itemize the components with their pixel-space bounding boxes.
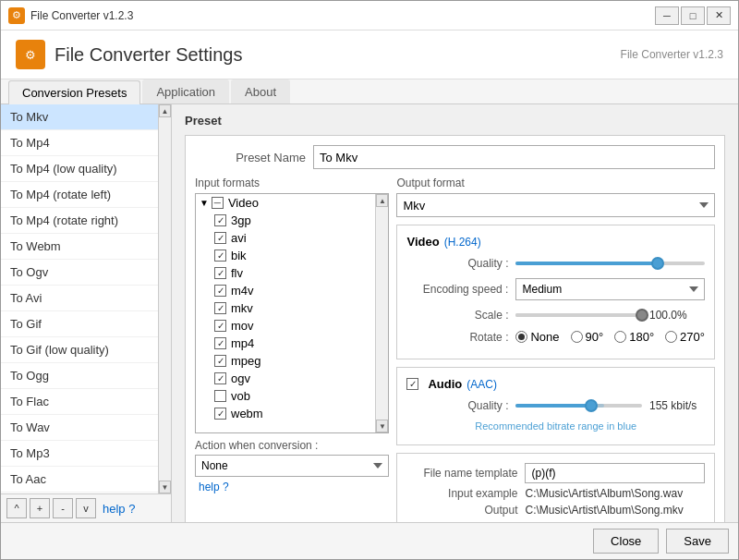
tree-item-webm[interactable]: webm (196, 405, 375, 422)
tree-scroll-up[interactable]: ▲ (376, 194, 388, 207)
encoding-speed-select[interactable]: Ultrafast Superfast Veryfast Faster Fast… (515, 278, 705, 300)
output-format-select[interactable]: Mkv Mp4 Avi Webm Ogv (396, 193, 715, 217)
video-node-label: Video (228, 196, 259, 210)
tree-item-m4v[interactable]: m4v (196, 282, 375, 299)
file-template-input[interactable] (525, 463, 705, 483)
sidebar-item-to-ogv[interactable]: To Ogv (1, 260, 158, 286)
video-quality-row: Quality : (406, 254, 705, 273)
tree-item-avi[interactable]: avi (196, 229, 375, 247)
rotate-label: Rotate : (406, 331, 508, 344)
input-example-row: Input example C:\Music\Artist\Album\Song… (406, 487, 705, 500)
tree-item-3gp[interactable]: 3gp (196, 212, 375, 229)
preset-name-input[interactable] (313, 145, 715, 169)
rotate-90[interactable]: 90° (571, 330, 604, 344)
preset-name-row: Preset Name (195, 145, 715, 169)
tree-item-bik[interactable]: bik (196, 247, 375, 264)
window-title: File Converter v1.2.3 (30, 9, 133, 22)
sidebar-item-to-gif[interactable]: To Gif (1, 311, 158, 337)
checkbox-flv[interactable] (214, 267, 226, 279)
tree-item-mkv[interactable]: mkv (196, 299, 375, 317)
minimize-button[interactable]: ─ (655, 6, 679, 25)
tree-scroll-down[interactable]: ▼ (376, 420, 388, 432)
encoding-speed-label: Encoding speed : (406, 283, 508, 296)
sidebar-item-to-mkv[interactable]: To Mkv (1, 104, 158, 130)
app-header-version: File Converter v1.2.3 (621, 48, 723, 61)
tab-application[interactable]: Application (142, 79, 229, 103)
title-bar-icon: ⚙ (8, 7, 25, 24)
sidebar-scrollbar[interactable]: ▲ ▼ (158, 104, 171, 493)
tree-item-vob[interactable]: vob (196, 387, 375, 405)
checkbox-bik[interactable] (214, 250, 226, 262)
rotate-270[interactable]: 270° (665, 330, 705, 344)
title-bar: ⚙ File Converter v1.2.3 ─ □ ✕ (1, 1, 738, 30)
audio-quality-value: 155 kbit/s (649, 399, 705, 412)
tab-conversion-presets[interactable]: Conversion Presets (8, 80, 140, 104)
tab-about[interactable]: About (231, 79, 290, 103)
sidebar-item-to-wav[interactable]: To Wav (1, 415, 158, 441)
sidebar-item-to-aac[interactable]: To Aac (1, 467, 158, 493)
video-checkbox[interactable] (212, 197, 224, 209)
checkbox-webm[interactable] (214, 408, 226, 420)
video-quality-label: Quality : (406, 257, 508, 270)
close-button[interactable]: Close (593, 529, 659, 554)
checkbox-mkv[interactable] (214, 302, 226, 314)
close-window-button[interactable]: ✕ (707, 6, 731, 25)
sidebar-item-to-mp4-rotate-left[interactable]: To Mp4 (rotate left) (1, 182, 158, 208)
tree-item-mp4[interactable]: mp4 (196, 335, 375, 352)
scale-slider[interactable] (515, 306, 642, 324)
audio-enable-checkbox[interactable] (406, 378, 418, 390)
tree-item-flv[interactable]: flv (196, 264, 375, 282)
tree-item-mov[interactable]: mov (196, 317, 375, 335)
rotate-row: Rotate : None 90° (406, 330, 705, 344)
rotate-none-radio[interactable] (515, 331, 527, 343)
rotate-90-radio[interactable] (571, 331, 583, 343)
tree-item-ogv[interactable]: ogv (196, 370, 375, 387)
file-template-row: File name template (406, 463, 705, 483)
checkbox-vob[interactable] (214, 390, 226, 402)
sidebar-item-to-mp4-lq[interactable]: To Mp4 (low quality) (1, 156, 158, 182)
checkbox-mp4[interactable] (214, 337, 226, 349)
tree-scrollbar[interactable]: ▲ ▼ (375, 194, 388, 432)
output-settings-panel: Output format Mkv Mp4 Avi Webm Ogv (396, 177, 715, 522)
sidebar-item-to-mp3[interactable]: To Mp3 (1, 441, 158, 467)
sidebar-item-to-webm[interactable]: To Webm (1, 234, 158, 260)
sidebar-list: To Mkv To Mp4 To Mp4 (low quality) To Mp… (1, 104, 158, 493)
sidebar-move-down-button[interactable]: v (76, 498, 96, 518)
sidebar-item-to-ogg[interactable]: To Ogg (1, 363, 158, 389)
sidebar: To Mkv To Mp4 To Mp4 (low quality) To Mp… (1, 104, 172, 522)
audio-quality-row: Quality : 155 kbit/s (406, 396, 705, 415)
tree-item-mpeg[interactable]: mpeg (196, 352, 375, 370)
action-select[interactable]: None Close Standby Hibernate Shutdown (195, 455, 389, 477)
sidebar-help-link[interactable]: help ? (103, 502, 135, 516)
checkbox-mpeg[interactable] (214, 355, 226, 367)
sidebar-add-button[interactable]: + (30, 498, 50, 518)
sidebar-item-to-avi[interactable]: To Avi (1, 286, 158, 311)
input-example-label: Input example (406, 487, 517, 500)
sidebar-item-to-flac[interactable]: To Flac (1, 389, 158, 415)
save-button[interactable]: Save (666, 529, 729, 554)
sidebar-remove-button[interactable]: - (53, 498, 73, 518)
video-quality-slider[interactable] (515, 254, 705, 273)
rotate-none[interactable]: None (515, 330, 559, 344)
checkbox-3gp[interactable] (214, 214, 226, 226)
checkbox-m4v[interactable] (214, 285, 226, 297)
rotate-180[interactable]: 180° (614, 330, 654, 344)
maximize-button[interactable]: □ (681, 6, 705, 25)
video-header: Video (H.264) (406, 235, 705, 249)
checkbox-mov[interactable] (214, 320, 226, 332)
sidebar-scroll-up[interactable]: ▲ (159, 104, 171, 117)
sidebar-move-up-button[interactable]: ^ (6, 498, 27, 518)
rotate-270-radio[interactable] (665, 331, 677, 343)
sidebar-scroll-down[interactable]: ▼ (159, 481, 171, 493)
sidebar-item-to-mp4[interactable]: To Mp4 (1, 130, 158, 156)
sidebar-item-to-gif-lq[interactable]: To Gif (low quality) (1, 337, 158, 363)
checkbox-avi[interactable] (214, 232, 226, 244)
title-bar-controls: ─ □ ✕ (655, 6, 731, 25)
tree-video-node[interactable]: ▼ Video (196, 194, 375, 212)
action-help-link[interactable]: help ? (199, 481, 389, 493)
action-label: Action when conversion : (195, 439, 389, 452)
sidebar-item-to-mp4-rotate-right[interactable]: To Mp4 (rotate right) (1, 208, 158, 234)
audio-quality-slider[interactable] (515, 396, 642, 415)
rotate-180-radio[interactable] (614, 331, 626, 343)
checkbox-ogv[interactable] (214, 372, 226, 384)
